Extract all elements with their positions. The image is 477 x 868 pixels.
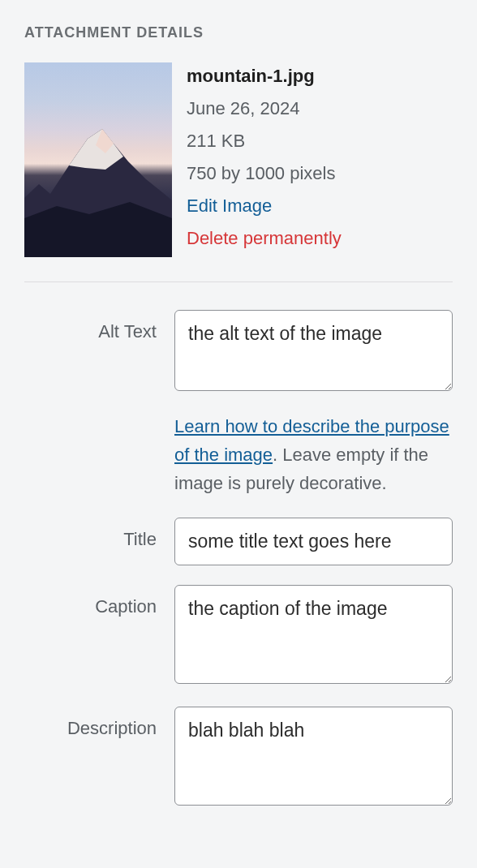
alt-text-label: Alt Text [24,310,174,342]
description-label: Description [24,707,174,739]
attachment-thumbnail[interactable] [24,62,172,257]
alt-text-input[interactable]: the alt text of the image [174,310,453,391]
attachment-filename: mountain-1.jpg [187,62,342,90]
edit-image-link[interactable]: Edit Image [187,192,272,220]
attachment-info: mountain-1.jpg June 26, 2024 211 KB 750 … [24,62,453,257]
alt-text-help: Learn how to describe the purpose of the… [174,412,453,498]
attachment-details: mountain-1.jpg June 26, 2024 211 KB 750 … [187,62,342,257]
attachment-filesize: 211 KB [187,127,342,155]
field-row-alt-text: Alt Text the alt text of the image Learn… [24,310,453,498]
field-row-caption: Caption the caption of the image [24,585,453,687]
attachment-date: June 26, 2024 [187,95,342,122]
panel-title: ATTACHMENT DETAILS [24,24,453,41]
attachment-dimensions: 750 by 1000 pixels [187,160,342,187]
caption-label: Caption [24,585,174,617]
title-input[interactable] [174,518,453,566]
delete-permanently-link[interactable]: Delete permanently [187,225,342,252]
title-label: Title [24,518,174,550]
field-row-description: Description blah blah blah [24,707,453,809]
caption-input[interactable]: the caption of the image [174,585,453,684]
description-input[interactable]: blah blah blah [174,707,453,806]
field-row-title: Title [24,518,453,566]
divider [24,281,453,282]
